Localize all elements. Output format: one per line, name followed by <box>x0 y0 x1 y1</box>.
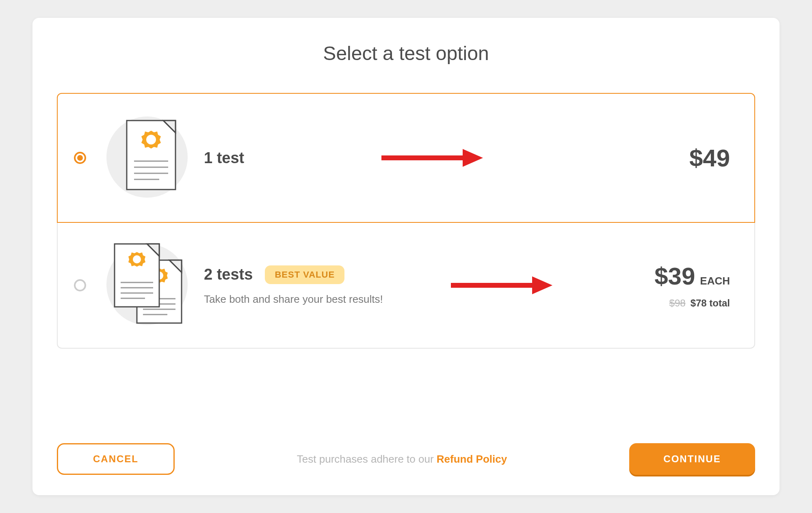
certificate-single-icon <box>102 108 192 207</box>
option-2-price-suffix: EACH <box>700 275 730 287</box>
option-2-price: $39 <box>654 262 695 290</box>
best-value-badge: BEST VALUE <box>265 265 344 284</box>
certificate-double-icon <box>102 236 192 335</box>
footer: CANCEL Test purchases adhere to our Refu… <box>57 443 755 475</box>
option-2-price-sub: $98$78 total <box>616 297 730 309</box>
option-2-label: 2 tests <box>204 266 253 283</box>
option-1-info: 1 test <box>204 149 244 167</box>
annotation-arrow-2 <box>383 273 616 297</box>
annotation-arrow-1 <box>244 146 616 170</box>
option-2-pricing: $39 EACH $98$78 total <box>616 262 730 309</box>
refund-policy-link[interactable]: Refund Policy <box>437 453 507 465</box>
option-1-test[interactable]: 1 test $49 <box>57 93 755 223</box>
option-2-tests[interactable]: 2 tests BEST VALUE Take both and share y… <box>57 223 755 349</box>
policy-text: Test purchases adhere to our Refund Poli… <box>187 453 617 466</box>
continue-button[interactable]: CONTINUE <box>629 443 755 475</box>
radio-option-1[interactable] <box>74 152 86 164</box>
modal-card: Select a test option <box>32 18 780 495</box>
svg-point-4 <box>146 135 156 144</box>
svg-marker-29 <box>532 276 552 294</box>
radio-option-2[interactable] <box>74 279 86 291</box>
option-1-pricing: $49 <box>616 144 730 172</box>
option-2-strike-price: $98 <box>669 297 686 308</box>
page-title: Select a test option <box>57 42 755 65</box>
svg-marker-10 <box>463 149 483 167</box>
options-container: 1 test $49 <box>57 93 755 423</box>
cancel-button[interactable]: CANCEL <box>57 443 175 475</box>
option-2-total-price: $78 total <box>691 297 730 308</box>
svg-point-23 <box>133 255 141 263</box>
option-2-info: 2 tests BEST VALUE Take both and share y… <box>204 265 383 306</box>
option-1-price: $49 <box>689 144 730 172</box>
option-2-subtitle: Take both and share your best results! <box>204 293 383 306</box>
policy-prefix: Test purchases adhere to our <box>297 453 437 465</box>
option-1-label: 1 test <box>204 149 244 167</box>
